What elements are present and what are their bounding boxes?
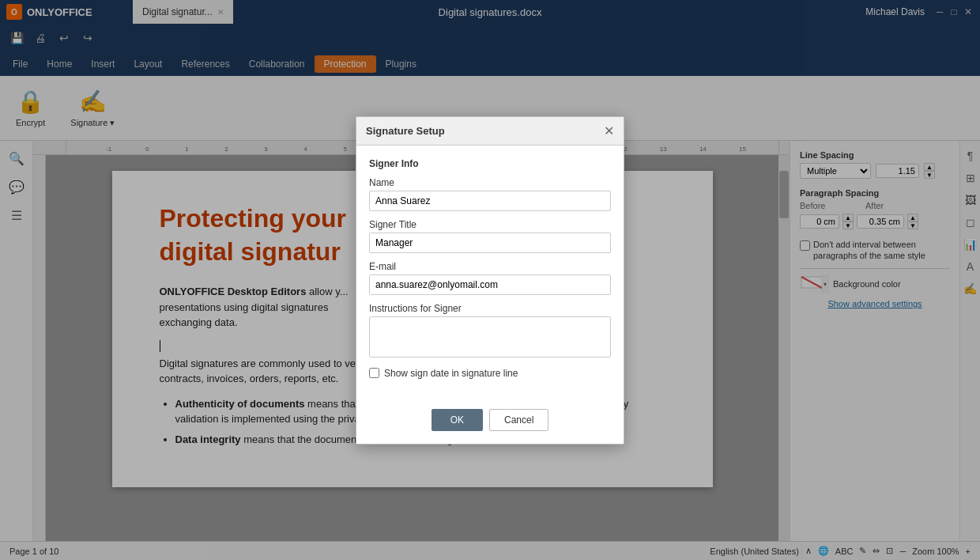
name-input[interactable] [369, 191, 611, 211]
modal-body: Signer Info Name Signer Title E-mail Ins… [356, 146, 624, 403]
modal-title: Signature Setup [366, 125, 445, 137]
signer-info-header: Signer Info [369, 158, 611, 169]
email-input[interactable] [369, 274, 611, 295]
modal-close-button[interactable]: ✕ [604, 123, 614, 138]
cancel-button[interactable]: Cancel [489, 409, 548, 431]
signer-title-group: Signer Title [369, 219, 611, 253]
signature-setup-modal: Signature Setup ✕ Signer Info Name Signe… [356, 116, 624, 445]
modal-overlay: Signature Setup ✕ Signer Info Name Signe… [0, 0, 980, 560]
modal-footer: OK Cancel [356, 403, 624, 444]
instructions-textarea[interactable] [369, 316, 611, 358]
name-label: Name [369, 177, 611, 188]
instructions-label: Instructions for Signer [369, 303, 611, 314]
show-date-label: Show sign date in signature line [384, 368, 518, 379]
ok-button[interactable]: OK [432, 409, 483, 431]
name-group: Name [369, 177, 611, 211]
email-label: E-mail [369, 261, 611, 272]
modal-header: Signature Setup ✕ [356, 117, 624, 146]
email-group: E-mail [369, 261, 611, 295]
instructions-group: Instructions for Signer [369, 303, 611, 360]
signer-title-input[interactable] [369, 233, 611, 253]
signer-title-label: Signer Title [369, 219, 611, 230]
show-date-checkbox[interactable] [369, 368, 379, 378]
show-date-row: Show sign date in signature line [369, 368, 611, 379]
